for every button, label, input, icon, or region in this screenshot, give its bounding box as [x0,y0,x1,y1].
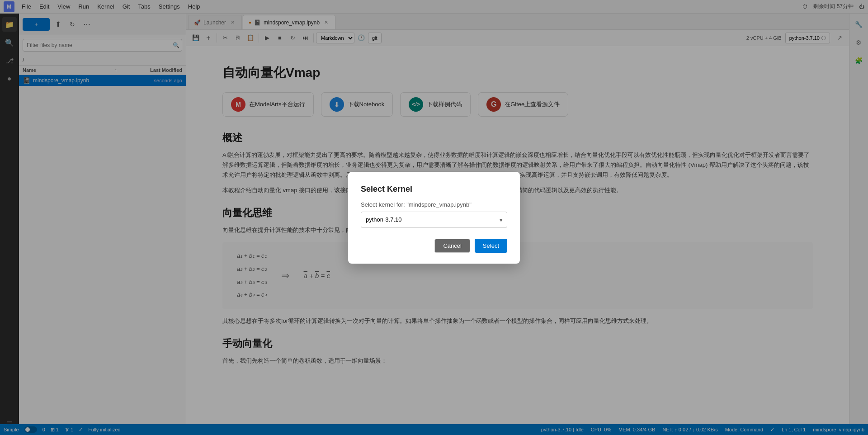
modal-label: Select kernel for: "mindspore_vmap.ipynb… [361,201,507,208]
select-button[interactable]: Select [475,239,507,253]
modal-title: Select Kernel [361,184,507,194]
cancel-button[interactable]: Cancel [434,239,470,253]
modal-buttons: Cancel Select [361,239,507,253]
modal-select-wrapper: python-3.7.10 ▾ [361,212,507,228]
modal-overlay[interactable]: Select Kernel Select kernel for: "mindsp… [0,0,868,435]
modal-dialog: Select Kernel Select kernel for: "mindsp… [348,172,520,264]
kernel-select-dropdown[interactable]: python-3.7.10 [361,212,507,228]
